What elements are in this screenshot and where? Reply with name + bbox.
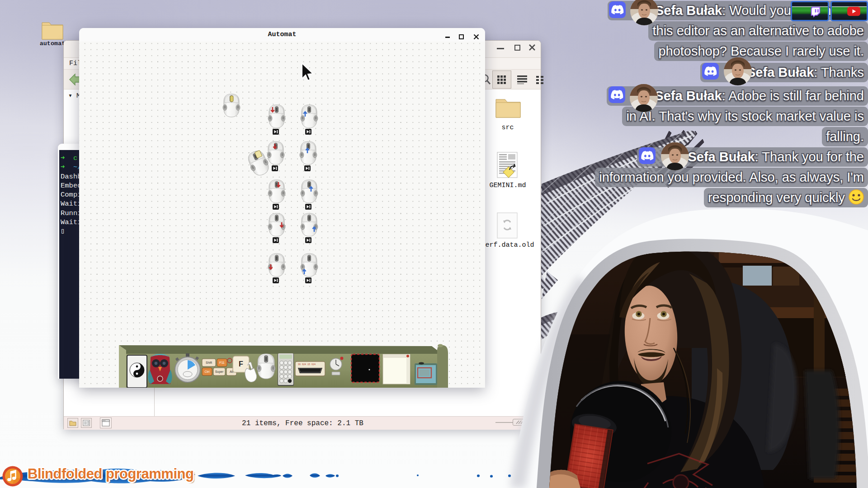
svg-text:Super: Super <box>215 370 224 374</box>
svg-text:36 624 15 624: 36 624 15 624 <box>298 363 316 366</box>
svg-text:Shift: Shift <box>206 361 212 364</box>
svg-text:Ctrl: Ctrl <box>205 370 210 373</box>
svg-text:F11: F11 <box>219 361 225 364</box>
svg-text:F: F <box>239 360 243 368</box>
